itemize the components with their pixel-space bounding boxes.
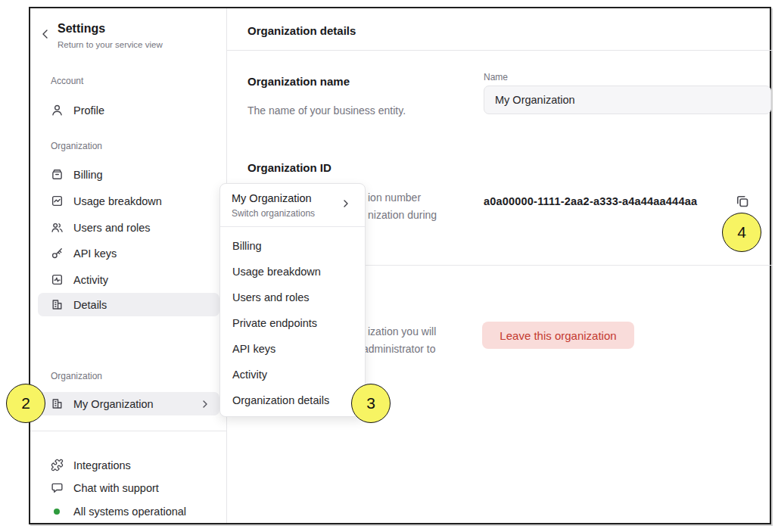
users-icon <box>51 221 64 234</box>
chat-icon <box>51 481 64 494</box>
sidebar-subtitle[interactable]: Return to your service view <box>58 40 163 49</box>
org-id-section-title: Organization ID <box>247 161 331 174</box>
user-icon <box>51 104 64 117</box>
sidebar-item-label: All systems operational <box>73 506 186 518</box>
status-dot <box>51 505 64 518</box>
back-chevron-icon[interactable] <box>42 29 52 39</box>
leave-organization-button[interactable]: Leave this organization <box>482 322 634 349</box>
org-id-description-fragment: ion number <box>368 191 421 204</box>
chevron-right-icon <box>201 400 209 408</box>
section-label-organization: Organization <box>51 141 102 151</box>
sidebar-item-activity[interactable]: Activity <box>38 268 219 291</box>
sidebar-item-label: Usage breakdown <box>73 195 162 207</box>
sidebar-title: Settings <box>58 22 105 36</box>
page-title: Organization details <box>247 24 356 37</box>
annotation-step-4: 4 <box>722 213 761 252</box>
organization-switcher-dropdown: My Organization Switch organizations Bil… <box>219 183 366 417</box>
header-divider <box>227 50 773 51</box>
org-id-description-fragment: nization during <box>368 209 437 221</box>
organization-name-input[interactable] <box>484 86 771 114</box>
dropdown-subtitle: Switch organizations <box>232 208 315 219</box>
sidebar-item-label: Profile <box>73 104 104 117</box>
puzzle-icon <box>51 459 64 471</box>
sidebar-item-label: Activity <box>73 274 108 286</box>
dropdown-item-api-keys[interactable]: API keys <box>220 336 365 362</box>
section-label-organization-2: Organization <box>51 371 102 381</box>
sidebar-item-users-and-roles[interactable]: Users and roles <box>38 216 219 239</box>
sidebar-item-label: Integrations <box>73 459 131 471</box>
sidebar-item-label: Billing <box>73 169 103 181</box>
organization-icon <box>51 397 64 410</box>
dropdown-item-billing[interactable]: Billing <box>220 233 365 259</box>
organization-id-value: a0a00000-1111-2aa2-a333-a4a44aa444aa <box>484 195 697 207</box>
sidebar-item-api-keys[interactable]: API keys <box>38 241 219 265</box>
copy-icon[interactable] <box>735 194 750 209</box>
sidebar-divider <box>30 431 227 431</box>
dropdown-item-list: Billing Usage breakdown Users and roles … <box>220 227 365 418</box>
dropdown-item-users-and-roles[interactable]: Users and roles <box>220 285 365 310</box>
sidebar-item-label: My Organization <box>73 398 154 410</box>
billing-icon <box>51 168 64 181</box>
organization-icon <box>51 298 64 311</box>
sidebar-item-integrations[interactable]: Integrations <box>38 453 219 477</box>
annotation-step-2: 2 <box>6 384 45 423</box>
sidebar-item-label: API keys <box>73 247 117 260</box>
app-window: Settings Return to your service view Acc… <box>29 7 771 524</box>
name-field-label: Name <box>484 72 508 82</box>
dropdown-item-activity[interactable]: Activity <box>220 362 365 387</box>
chevron-right-icon <box>342 200 350 207</box>
sidebar-item-label: Chat with support <box>73 482 159 494</box>
sidebar-item-label: Details <box>73 299 107 311</box>
dropdown-item-private-endpoints[interactable]: Private endpoints <box>220 310 365 336</box>
settings-sidebar: Settings Return to your service view Acc… <box>30 8 227 523</box>
sidebar-item-label: Users and roles <box>73 222 151 234</box>
sidebar-item-chat-with-support[interactable]: Chat with support <box>38 476 219 499</box>
dropdown-title: My Organization <box>232 192 312 204</box>
activity-icon <box>51 273 64 286</box>
sidebar-item-usage-breakdown[interactable]: Usage breakdown <box>38 189 219 213</box>
leave-description-fragment: ization you will <box>368 325 436 338</box>
org-name-description: The name of your business entity. <box>247 104 406 117</box>
dropdown-item-organization-details[interactable]: Organization details <box>220 387 365 413</box>
sidebar-item-billing[interactable]: Billing <box>38 163 219 186</box>
sidebar-item-details[interactable]: Details <box>38 293 219 316</box>
dropdown-header-my-organization[interactable]: My Organization Switch organizations <box>220 184 365 227</box>
leave-description-fragment: administrator to <box>363 343 435 355</box>
sidebar-item-profile[interactable]: Profile <box>38 98 219 122</box>
sidebar-item-my-organization[interactable]: My Organization <box>38 392 219 415</box>
dropdown-item-usage-breakdown[interactable]: Usage breakdown <box>220 259 365 285</box>
key-icon <box>51 247 64 260</box>
annotation-step-3: 3 <box>351 384 391 423</box>
sidebar-item-system-status[interactable]: All systems operational <box>38 499 219 523</box>
org-name-section-title: Organization name <box>247 75 350 88</box>
section-label-account: Account <box>51 76 83 86</box>
usage-chart-icon <box>51 194 64 207</box>
